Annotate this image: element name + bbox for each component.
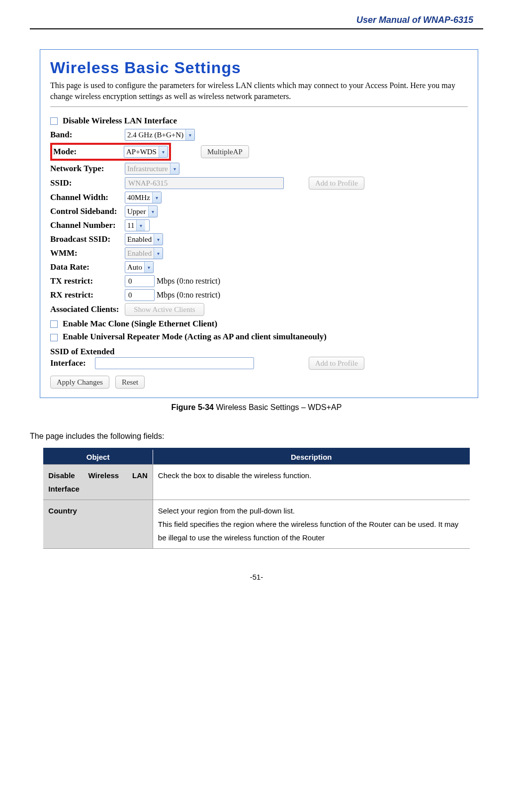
ssid-extended-input[interactable] — [95, 357, 254, 369]
enable-mac-clone-checkbox[interactable] — [50, 320, 58, 328]
intro-text: The page includes the following fields: — [30, 432, 483, 441]
rx-restrict-label: RX restrict: — [50, 290, 125, 300]
ssid-value: WNAP-6315 — [128, 179, 168, 188]
chevron-down-icon: ▾ — [136, 220, 145, 231]
wmm-label: WMM: — [50, 248, 125, 258]
fields-table: Object Description Disable Wireless LAN … — [43, 448, 469, 549]
tx-restrict-label: TX restrict: — [50, 276, 125, 286]
chevron-down-icon: ▾ — [185, 129, 194, 140]
band-label: Band: — [50, 130, 125, 140]
data-rate-value: Auto — [127, 263, 142, 272]
enable-universal-repeater-label: Enable Universal Repeater Mode (Acting a… — [63, 332, 327, 342]
tx-restrict-unit: Mbps (0:no restrict) — [157, 277, 220, 286]
obj-cell-1: Disable Wireless LAN Interface — [43, 465, 153, 500]
rx-restrict-unit: Mbps (0:no restrict) — [157, 291, 220, 300]
ssid-extended-label-2: Interface: — [50, 358, 95, 368]
mode-label: Mode: — [53, 147, 124, 157]
ssid-extended-label: SSID of Extended — [50, 347, 114, 357]
enable-universal-repeater-checkbox[interactable] — [50, 334, 58, 341]
table-head-object: Object — [43, 449, 153, 465]
disable-wlan-row: Disable Wireless LAN Interface — [50, 114, 468, 128]
figure-caption-bold: Figure 5-34 — [171, 403, 214, 411]
tx-restrict-value: 0 — [128, 277, 132, 286]
chevron-down-icon: ▾ — [170, 163, 179, 174]
rx-restrict-input[interactable]: 0 — [125, 289, 155, 301]
disable-wlan-label: Disable Wireless LAN Interface — [63, 116, 177, 126]
rx-restrict-value: 0 — [128, 291, 132, 300]
divider — [50, 106, 468, 107]
chevron-down-icon: ▾ — [152, 192, 161, 203]
channel-width-select[interactable]: 40MHz ▾ — [125, 192, 162, 203]
network-type-value: Infrastructure — [127, 165, 168, 173]
add-to-profile-button-2: Add to Profile — [309, 357, 364, 370]
desc-cell-2: Select your region from the pull-down li… — [153, 500, 469, 549]
mode-highlight: Mode: AP+WDS ▾ — [50, 143, 171, 161]
table-row: Disable Wireless LAN Interface Check the… — [43, 465, 469, 500]
chevron-down-icon: ▾ — [148, 206, 157, 217]
ssid-label: SSID: — [50, 178, 125, 188]
chevron-down-icon: ▾ — [154, 234, 163, 245]
broadcast-ssid-select[interactable]: Enabled ▾ — [125, 233, 163, 245]
data-rate-label: Data Rate: — [50, 262, 125, 272]
add-to-profile-button: Add to Profile — [309, 177, 364, 190]
mode-value: AP+WDS — [126, 148, 157, 156]
page-number: -51- — [30, 573, 483, 581]
enable-universal-repeater-row: Enable Universal Repeater Mode (Acting a… — [50, 331, 468, 345]
apply-changes-button[interactable]: Apply Changes — [50, 376, 109, 389]
figure-caption: Figure 5-34 Wireless Basic Settings – WD… — [30, 403, 483, 412]
chevron-down-icon: ▾ — [159, 146, 168, 157]
ssid-input[interactable]: WNAP-6315 — [125, 177, 284, 189]
wmm-select: Enabled ▾ — [125, 247, 163, 259]
header-title: User Manual of WNAP-6315 — [30, 15, 483, 28]
panel-title: Wireless Basic Settings — [50, 59, 468, 77]
figure-caption-text: Wireless Basic Settings – WDS+AP — [214, 403, 342, 411]
control-sideband-label: Control Sideband: — [50, 207, 125, 216]
reset-button[interactable]: Reset — [115, 376, 145, 389]
header-rule — [30, 28, 483, 29]
multiple-ap-button[interactable]: MultipleAP — [201, 145, 249, 158]
chevron-down-icon: ▾ — [144, 262, 153, 273]
tx-restrict-input[interactable]: 0 — [125, 275, 155, 287]
table-row: Country Select your region from the pull… — [43, 500, 469, 549]
broadcast-ssid-value: Enabled — [127, 235, 152, 244]
network-type-label: Network Type: — [50, 164, 125, 174]
data-rate-select[interactable]: Auto ▾ — [125, 261, 154, 273]
network-type-select: Infrastructure ▾ — [125, 163, 179, 175]
enable-mac-clone-row: Enable Mac Clone (Single Ethernet Client… — [50, 317, 468, 331]
desc-cell-1: Check the box to disable the wireless fu… — [153, 465, 469, 500]
channel-number-label: Channel Number: — [50, 221, 125, 230]
channel-number-value: 11 — [127, 221, 134, 230]
band-value: 2.4 GHz (B+G+N) — [127, 131, 183, 139]
chevron-down-icon: ▾ — [154, 248, 163, 259]
channel-number-select[interactable]: 11 ▾ — [125, 219, 150, 231]
channel-width-value: 40MHz — [127, 194, 150, 202]
screenshot-panel: Wireless Basic Settings This page is use… — [40, 49, 478, 398]
mode-select[interactable]: AP+WDS ▾ — [124, 146, 168, 158]
control-sideband-value: Upper — [127, 207, 146, 216]
associated-clients-label: Associated Clients: — [50, 305, 125, 314]
disable-wlan-checkbox[interactable] — [50, 117, 58, 125]
wmm-value: Enabled — [127, 249, 152, 258]
channel-width-label: Channel Width: — [50, 193, 125, 203]
panel-description: This page is used to configure the param… — [50, 80, 468, 102]
broadcast-ssid-label: Broadcast SSID: — [50, 234, 125, 244]
enable-mac-clone-label: Enable Mac Clone (Single Ethernet Client… — [63, 319, 217, 329]
obj-cell-2: Country — [43, 500, 153, 549]
show-active-clients-button: Show Active Clients — [125, 303, 204, 316]
table-head-description: Description — [153, 449, 469, 465]
control-sideband-select[interactable]: Upper ▾ — [125, 205, 158, 217]
band-select[interactable]: 2.4 GHz (B+G+N) ▾ — [125, 129, 195, 141]
